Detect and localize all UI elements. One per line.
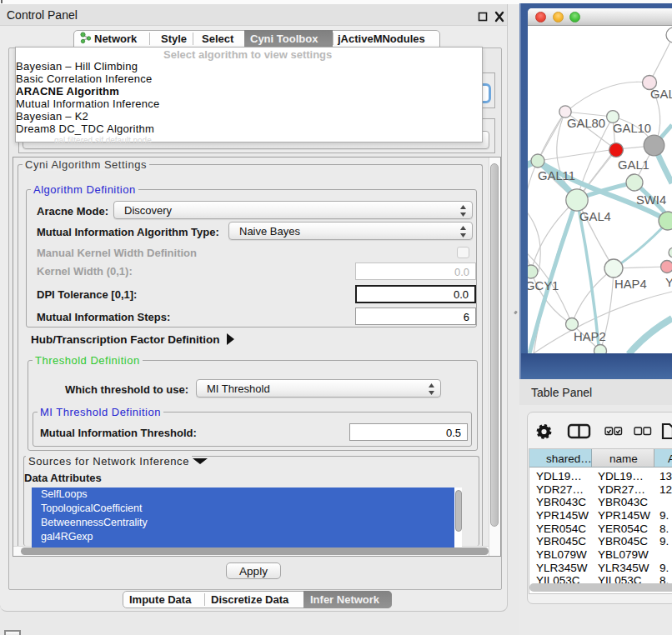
svg-text:GCY1: GCY1: [528, 279, 559, 292]
svg-text:SWI4: SWI4: [636, 193, 666, 207]
svg-text:HAP2: HAP2: [574, 330, 606, 343]
svg-text:GAL80: GAL80: [567, 117, 605, 130]
svg-text:GAL11: GAL11: [538, 169, 575, 182]
svg-text:GAL1: GAL1: [618, 158, 649, 172]
svg-text:Y: Y: [665, 276, 672, 289]
svg-text:GAL4: GAL4: [579, 210, 611, 223]
svg-text:GAL2: GAL2: [650, 88, 672, 101]
svg-text:GAL10: GAL10: [613, 122, 651, 135]
svg-text:HAP4: HAP4: [614, 278, 647, 291]
